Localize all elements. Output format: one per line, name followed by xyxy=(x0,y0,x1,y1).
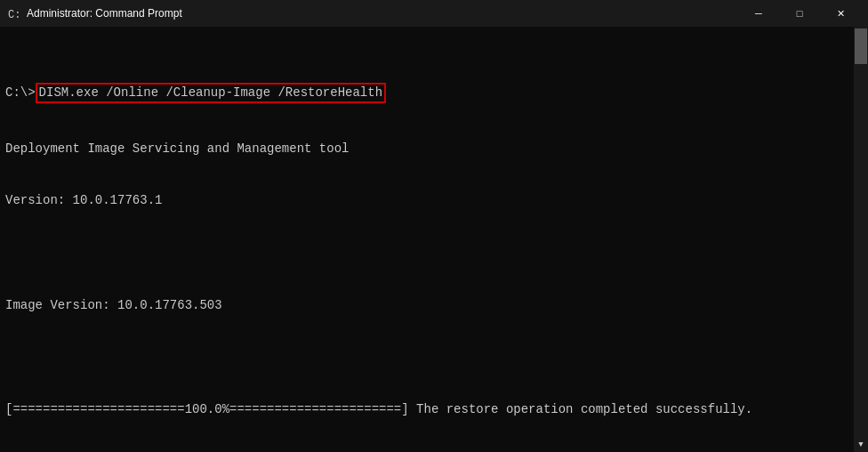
command-prompt-window: C: Administrator: Command Prompt ─ □ ✕ C… xyxy=(0,0,868,452)
minimize-button[interactable]: ─ xyxy=(738,0,779,27)
command-line: C:\>DISM.exe /Online /Cleanup-Image /Res… xyxy=(5,83,863,104)
svg-text:C:: C: xyxy=(8,9,20,20)
output-line-1: Deployment Image Servicing and Managemen… xyxy=(5,141,863,158)
cmd-icon: C: xyxy=(7,6,21,20)
output-line-6: [=======================100.0%==========… xyxy=(5,401,863,419)
output-line-5 xyxy=(5,350,863,367)
title-bar-controls: ─ □ ✕ xyxy=(738,0,861,27)
title-bar-left: C: Administrator: Command Prompt xyxy=(7,6,182,20)
scrollbar-down-arrow[interactable]: ▼ xyxy=(854,438,868,452)
output-line-3 xyxy=(5,245,863,262)
highlighted-command: DISM.exe /Online /Cleanup-Image /Restore… xyxy=(36,83,386,104)
scrollbar[interactable]: ▼ xyxy=(854,27,868,452)
title-bar: C: Administrator: Command Prompt ─ □ ✕ xyxy=(0,0,868,27)
terminal-body[interactable]: C:\>DISM.exe /Online /Cleanup-Image /Res… xyxy=(0,27,868,452)
prompt-1: C:\> xyxy=(5,85,36,102)
output-line-4: Image Version: 10.0.17763.503 xyxy=(5,297,863,315)
window-title: Administrator: Command Prompt xyxy=(27,7,182,20)
maximize-button[interactable]: □ xyxy=(779,0,820,27)
close-button[interactable]: ✕ xyxy=(820,0,861,27)
scrollbar-thumb[interactable] xyxy=(855,28,867,64)
terminal-content: C:\>DISM.exe /Online /Cleanup-Image /Res… xyxy=(5,30,863,452)
output-line-2: Version: 10.0.17763.1 xyxy=(5,192,863,210)
